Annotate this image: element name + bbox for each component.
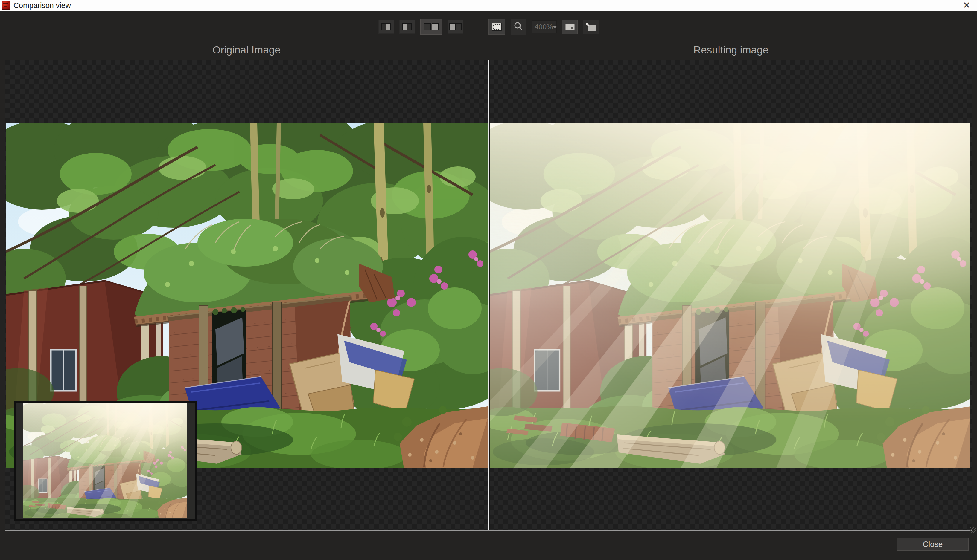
comparison-view-window: Comparison view ✕ — [0, 0, 977, 560]
fit-window-icon — [585, 22, 597, 32]
magnifier-icon — [514, 22, 523, 32]
dual-right-icon — [423, 23, 439, 31]
view-mode-side-by-side-right-button[interactable] — [420, 19, 442, 35]
view-mode-split-left-button[interactable] — [399, 20, 415, 34]
bottom-bar: Close — [0, 531, 977, 560]
view-mode-side-by-side-left-button[interactable] — [448, 20, 463, 34]
resize-grip-icon[interactable] — [970, 527, 976, 533]
split-left-icon — [402, 23, 412, 31]
toolbar: 400% — [0, 12, 977, 42]
split-right-icon — [381, 23, 391, 31]
zoom-tool-button[interactable] — [511, 19, 526, 35]
view-mode-split-right-button[interactable] — [378, 20, 394, 34]
zoom-level-combobox[interactable]: 400% — [532, 20, 557, 33]
zoom-group: 400% — [488, 19, 599, 35]
navigator-view-frame[interactable] — [18, 405, 193, 517]
resulting-image-pane[interactable] — [490, 123, 970, 468]
actual-size-icon — [565, 23, 575, 31]
dual-left-icon — [449, 23, 462, 31]
titlebar-close-icon[interactable]: ✕ — [963, 1, 970, 10]
navigator-icon — [492, 22, 502, 32]
fit-to-window-button[interactable] — [583, 20, 599, 34]
comparison-panes — [5, 60, 972, 531]
titlebar: Comparison view ✕ — [0, 0, 977, 12]
navigator-toggle-button[interactable] — [488, 19, 505, 35]
dropdown-arrow-icon[interactable] — [553, 26, 557, 28]
resulting-photo — [490, 123, 970, 468]
view-mode-group — [378, 19, 463, 35]
original-image-title: Original Image — [5, 43, 488, 57]
actual-size-button[interactable] — [562, 20, 578, 34]
resulting-image-title: Resulting image — [490, 43, 972, 57]
navigator-panel[interactable] — [14, 401, 197, 520]
zoom-level-value: 400% — [532, 23, 553, 31]
window-title: Comparison view — [13, 1, 71, 10]
close-button[interactable]: Close — [897, 538, 969, 551]
app-icon — [2, 1, 10, 10]
